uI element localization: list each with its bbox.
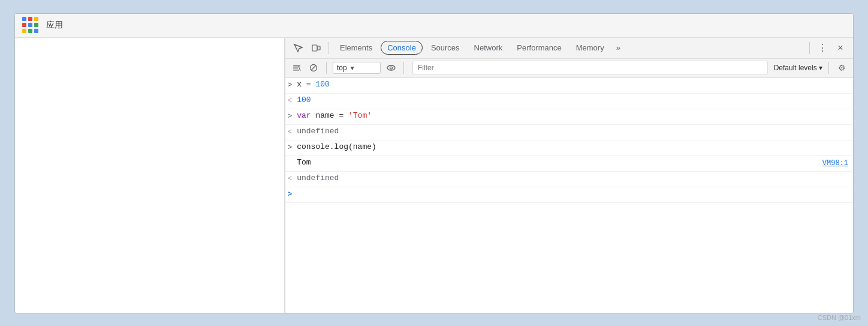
line-content-4: undefined xyxy=(297,127,848,136)
console-line-3: > var name = 'Tom' xyxy=(285,109,853,125)
inspect-element-icon[interactable] xyxy=(290,40,306,56)
log-output-tom: Tom xyxy=(297,158,311,167)
tab-memory[interactable]: Memory xyxy=(570,41,610,55)
output-arrow-2: < xyxy=(288,97,292,105)
svg-rect-4 xyxy=(293,70,299,71)
keyword-var: var xyxy=(297,111,311,120)
console-line-2: < 100 xyxy=(285,94,853,109)
console-line-1: > x = 100 xyxy=(285,78,853,94)
app-dot-5 xyxy=(28,23,32,27)
app-dot-8 xyxy=(28,29,32,33)
filter-section xyxy=(412,61,768,75)
tab-elements[interactable]: Elements xyxy=(334,41,378,55)
output-arrow-4: < xyxy=(288,128,292,136)
app-dot-4 xyxy=(22,23,26,27)
tab-console[interactable]: Console xyxy=(381,41,423,55)
output-arrow-7: < xyxy=(288,175,292,183)
undefined-value-2: undefined xyxy=(297,174,339,183)
devtools-panel: Elements Console Sources Network Perform… xyxy=(285,38,853,313)
console-line-5: > console.log(name) xyxy=(285,140,853,156)
console-log-call: console.log(name) xyxy=(297,142,376,151)
svg-rect-1 xyxy=(318,46,320,50)
console-divider-3 xyxy=(828,62,829,74)
prompt-arrow: > xyxy=(288,190,292,199)
console-toolbar: top ▼ Default levels ▾ xyxy=(285,59,853,78)
input-arrow-5: > xyxy=(288,143,292,152)
svg-rect-0 xyxy=(312,45,317,51)
line-content-1: x = 100 xyxy=(297,80,848,89)
line-content-7: undefined xyxy=(297,174,848,183)
line-content-3: var name = 'Tom' xyxy=(297,111,848,120)
app-grid xyxy=(22,17,39,34)
console-prompt-line[interactable]: > xyxy=(285,187,853,203)
code-text: x = xyxy=(297,80,315,89)
svg-line-7 xyxy=(311,65,316,70)
console-line-4: < undefined xyxy=(285,125,853,140)
console-divider-1 xyxy=(326,62,327,74)
line-content-5: console.log(name) xyxy=(297,142,848,151)
toolbar-divider-1 xyxy=(328,42,329,54)
tab-network[interactable]: Network xyxy=(468,41,509,55)
input-arrow-3: > xyxy=(288,112,292,121)
app-dot-3 xyxy=(34,17,38,21)
main-content: Elements Console Sources Network Perform… xyxy=(15,38,853,313)
app-dot-6 xyxy=(34,23,38,27)
live-expression-icon[interactable] xyxy=(384,61,397,74)
vm-ref-link[interactable]: VM98:1 xyxy=(822,159,848,168)
console-output: > x = 100 < 100 > var name = 'Tom' xyxy=(285,78,853,313)
svg-rect-3 xyxy=(293,68,298,69)
tab-performance[interactable]: Performance xyxy=(511,41,567,55)
app-dot-1 xyxy=(22,17,26,21)
undefined-value-1: undefined xyxy=(297,127,339,136)
result-value: 100 xyxy=(297,95,311,104)
line-content-6: Tom xyxy=(297,158,848,167)
devtools-toolbar: Elements Console Sources Network Perform… xyxy=(285,38,853,59)
context-arrow-icon: ▼ xyxy=(349,65,355,71)
console-divider-2 xyxy=(403,62,404,74)
toolbar-divider-2 xyxy=(809,42,810,54)
settings-icon[interactable]: ⚙ xyxy=(835,61,848,74)
devtools-menu-icon[interactable]: ⋮ xyxy=(815,40,830,56)
tab-sources[interactable]: Sources xyxy=(425,41,466,55)
svg-rect-2 xyxy=(293,65,300,67)
block-icon[interactable] xyxy=(307,61,320,74)
context-selector[interactable]: top ▼ xyxy=(333,62,381,74)
tab-more-button[interactable]: » xyxy=(613,41,624,55)
empty-arrow-6: > xyxy=(288,159,292,168)
browser-window: 应用 xyxy=(14,13,854,313)
code-assign: name = xyxy=(311,111,348,120)
input-arrow-1: > xyxy=(288,81,292,89)
line-content-2: 100 xyxy=(297,95,848,104)
app-dot-7 xyxy=(22,29,26,33)
app-label: 应用 xyxy=(46,20,63,31)
app-dot-2 xyxy=(28,17,32,21)
top-bar: 应用 xyxy=(15,14,853,38)
console-line-6: > Tom VM98:1 xyxy=(285,156,853,172)
code-value: 100 xyxy=(315,80,329,89)
clear-console-icon[interactable] xyxy=(290,61,303,74)
watermark: CSDN @01xm xyxy=(818,314,861,321)
default-levels-selector[interactable]: Default levels ▾ xyxy=(774,64,822,72)
webpage-panel xyxy=(15,38,285,313)
filter-input[interactable] xyxy=(415,61,765,74)
context-value: top xyxy=(337,64,347,72)
string-value: 'Tom' xyxy=(348,111,372,120)
console-line-7: < undefined xyxy=(285,172,853,187)
app-dot-9 xyxy=(34,29,38,33)
svg-point-8 xyxy=(387,65,395,70)
devtools-close-icon[interactable]: × xyxy=(833,40,848,56)
device-toolbar-icon[interactable] xyxy=(308,40,324,56)
svg-point-9 xyxy=(390,67,392,69)
